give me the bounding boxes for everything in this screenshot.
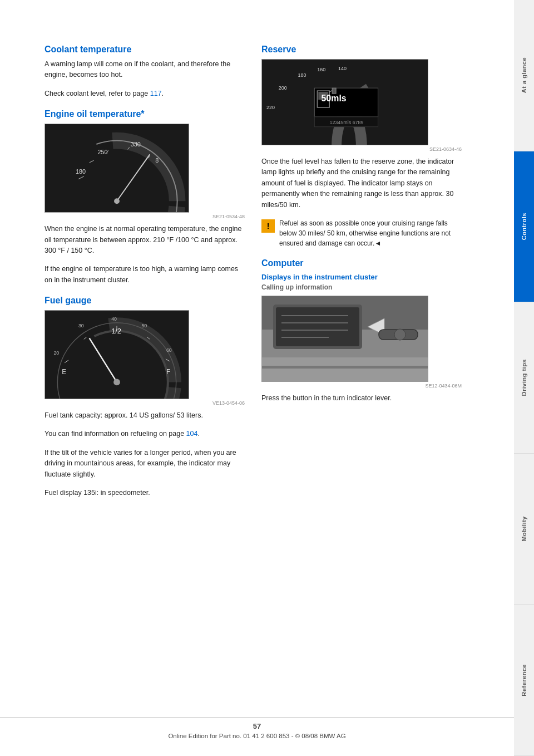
svg-text:20: 20 bbox=[53, 350, 59, 356]
svg-text:12345mls  6789: 12345mls 6789 bbox=[329, 120, 363, 125]
page-wrapper: Coolant temperature A warning lamp will … bbox=[0, 0, 534, 756]
engine-oil-body2: If the engine oil temperature is too hig… bbox=[44, 264, 245, 286]
engine-oil-heading: Engine oil temperature* bbox=[44, 109, 245, 119]
svg-point-59 bbox=[394, 329, 406, 340]
sidebar-label-reference: Reference bbox=[521, 664, 527, 696]
svg-text:60: 60 bbox=[166, 347, 172, 353]
reserve-heading: Reserve bbox=[261, 45, 462, 55]
svg-point-19 bbox=[113, 379, 120, 385]
sidebar-reference[interactable]: Reference bbox=[514, 605, 534, 756]
coolant-heading: Coolant temperature bbox=[44, 45, 245, 55]
svg-point-4 bbox=[114, 198, 120, 204]
fuel-gauge-heading: Fuel gauge bbox=[44, 296, 245, 306]
sidebar-at-a-glance[interactable]: At a glance bbox=[514, 0, 534, 151]
svg-rect-60 bbox=[262, 357, 428, 382]
fuel-gauge-image: E F 1/2 20 30 40 50 60 bbox=[44, 310, 189, 399]
footer-text: Online Edition for Part no. 01 41 2 600 … bbox=[168, 733, 345, 739]
reserve-section: Reserve 220 200 180 160 140 bbox=[261, 45, 462, 248]
engine-oil-section: Engine oil temperature* 180 bbox=[44, 109, 245, 286]
svg-text:50mls: 50mls bbox=[322, 94, 347, 103]
fuel-gauge-body4: Fuel display 135i: in speedometer. bbox=[44, 488, 245, 498]
sidebar-label-at-a-glance: At a glance bbox=[521, 57, 527, 93]
engine-oil-body1: When the engine is at normal operating t… bbox=[44, 224, 245, 256]
svg-text:30: 30 bbox=[78, 323, 84, 328]
reserve-img-caption: SE21-0634-46 bbox=[261, 146, 462, 152]
reserve-warning: ! Refuel as soon as possible once your c… bbox=[261, 218, 462, 248]
calling-image bbox=[261, 296, 428, 382]
fuel-page-link[interactable]: 104 bbox=[186, 430, 198, 438]
svg-text:40: 40 bbox=[111, 316, 117, 322]
sidebar-driving-tips[interactable]: Driving tips bbox=[514, 302, 534, 454]
computer-section: Computer Displays in the instrument clus… bbox=[261, 258, 462, 404]
svg-text:1/2: 1/2 bbox=[111, 327, 121, 335]
sidebar-label-controls: Controls bbox=[521, 213, 527, 240]
coolant-page-link[interactable]: 117 bbox=[150, 90, 162, 97]
svg-text:180: 180 bbox=[76, 168, 86, 175]
svg-text:8: 8 bbox=[155, 157, 159, 164]
calling-body: Press the button in the turn indicator l… bbox=[261, 393, 462, 404]
svg-text:140: 140 bbox=[338, 66, 347, 71]
svg-text:180: 180 bbox=[298, 72, 306, 78]
sidebar-label-mobility: Mobility bbox=[521, 516, 527, 542]
engine-oil-image: 180 250 330 8 bbox=[44, 124, 189, 213]
sidebar-controls[interactable]: Controls bbox=[514, 151, 534, 303]
sidebar-label-driving-tips: Driving tips bbox=[521, 359, 527, 396]
svg-text:220: 220 bbox=[266, 105, 275, 110]
svg-rect-52 bbox=[276, 307, 359, 346]
fuel-gauge-body2: You can find information on refueling on… bbox=[44, 429, 245, 439]
svg-text:50: 50 bbox=[141, 323, 147, 328]
reserve-body1: Once the fuel level has fallen to the re… bbox=[261, 156, 462, 210]
left-column: Coolant temperature A warning lamp will … bbox=[44, 45, 245, 723]
svg-text:330: 330 bbox=[131, 141, 141, 148]
right-column: Reserve 220 200 180 160 140 bbox=[261, 45, 462, 723]
fuel-gauge-body1: Fuel tank capacity: approx. 14 US gallon… bbox=[44, 410, 245, 421]
warning-icon: ! bbox=[261, 219, 275, 233]
main-content: Coolant temperature A warning lamp will … bbox=[0, 0, 514, 756]
engine-oil-img-caption: SE21-0534-48 bbox=[44, 214, 245, 219]
calling-img-caption: SE12-0434-06M bbox=[261, 383, 462, 389]
page-number: 57 bbox=[0, 722, 514, 730]
coolant-body1: A warning lamp will come on if the coola… bbox=[44, 59, 245, 81]
sidebar: At a glance Controls Driving tips Mobili… bbox=[514, 0, 534, 756]
coolant-section: Coolant temperature A warning lamp will … bbox=[44, 45, 245, 99]
reserve-image: 220 200 180 160 140 bbox=[261, 59, 428, 145]
svg-text:E: E bbox=[62, 368, 66, 376]
fuel-gauge-img-caption: VE13-0454-06 bbox=[44, 400, 245, 406]
coolant-body2: Check coolant level, refer to page 117. bbox=[44, 89, 245, 99]
svg-text:160: 160 bbox=[317, 67, 325, 72]
svg-text:F: F bbox=[166, 368, 170, 376]
svg-rect-45 bbox=[332, 88, 336, 94]
calling-up-heading: Calling up information bbox=[261, 283, 462, 291]
page-footer: 57 Online Edition for Part no. 01 41 2 6… bbox=[0, 717, 514, 739]
svg-text:200: 200 bbox=[279, 85, 287, 91]
warning-text: Refuel as soon as possible once your cru… bbox=[279, 218, 462, 248]
sidebar-mobility[interactable]: Mobility bbox=[514, 454, 534, 605]
displays-subheading: Displays in the instrument cluster bbox=[261, 273, 462, 281]
svg-rect-61 bbox=[262, 366, 428, 369]
fuel-gauge-body3: If the tilt of the vehicle varies for a … bbox=[44, 448, 245, 480]
fuel-gauge-section: Fuel gauge E bbox=[44, 296, 245, 498]
computer-heading: Computer bbox=[261, 258, 462, 268]
